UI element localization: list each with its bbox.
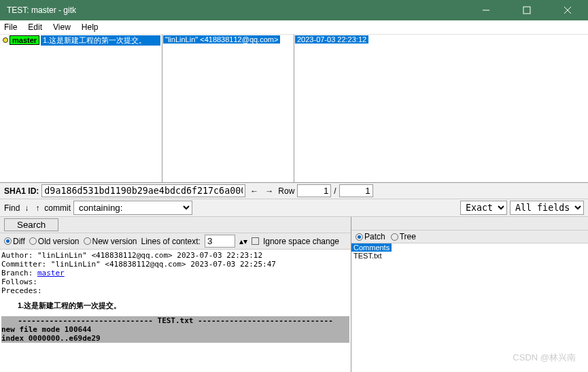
branch-link[interactable]: master [37, 269, 65, 277]
comments-header[interactable]: Comments [351, 243, 392, 252]
commit-author: "linLinLin" <418838112@qq.com> [163, 35, 280, 44]
bottom-pane: Search Diff Old version New version Line… [0, 217, 588, 372]
menubar: File Edit View Help [0, 20, 588, 35]
maximize-button[interactable] [513, 1, 540, 20]
author-line: Author: "linLinLin" <418838112@qq.com> 2… [1, 251, 349, 260]
sha-input[interactable] [41, 184, 245, 197]
sha-row: SHA1 ID: ← → Row / [0, 183, 588, 199]
diff-mode-line: new file mode 100644 [1, 325, 349, 334]
menu-view[interactable]: View [53, 22, 71, 32]
window-title: TEST: master - gitk [7, 5, 472, 15]
branch-line: Branch: master [1, 269, 349, 277]
diff-pane: Search Diff Old version New version Line… [0, 217, 351, 372]
patch-radio[interactable]: Patch [356, 232, 385, 241]
history-graph-column[interactable]: master 1.这是新建工程的第一次提交。 [0, 35, 162, 182]
precedes-line: Precedes: [1, 286, 349, 295]
follows-line: Follows: [1, 277, 349, 286]
svg-rect-1 [523, 7, 530, 14]
commit-body: 1.这是新建工程的第一次提交。 [18, 301, 349, 311]
old-version-radio[interactable]: Old version [29, 237, 80, 246]
prev-arrow-icon[interactable]: ← [248, 186, 260, 196]
diff-toolbar: Diff Old version New version Lines of co… [0, 233, 351, 250]
ignore-space-label: Ignore space change [263, 237, 339, 246]
next-arrow-icon[interactable]: → [263, 186, 275, 196]
find-mode-combo[interactable]: containing: [73, 201, 192, 215]
find-fields-combo[interactable]: All fields [510, 201, 584, 215]
find-type-label: commit [44, 203, 71, 213]
menu-help[interactable]: Help [82, 22, 99, 32]
commit-message: 1.这是新建工程的第一次提交。 [41, 35, 160, 46]
search-button[interactable]: Search [4, 218, 58, 231]
history-author-column[interactable]: "linLinLin" <418838112@qq.com> [162, 35, 294, 182]
branch-tag: master [10, 35, 39, 45]
committer-line: Committer: "linLinLin" <418838112@qq.com… [1, 260, 349, 269]
tree-radio[interactable]: Tree [391, 232, 416, 241]
menu-file[interactable]: File [4, 22, 17, 32]
row-total-input[interactable] [339, 184, 373, 197]
list-item[interactable]: TEST.txt [351, 252, 588, 260]
history-pane: master 1.这是新建工程的第一次提交。 "linLinLin" <4188… [0, 35, 588, 183]
find-label: Find [4, 203, 20, 213]
commit-row[interactable]: master 1.这是新建工程的第一次提交。 [0, 35, 162, 46]
find-down-icon[interactable]: ↓ [22, 203, 31, 213]
row-separator: / [334, 186, 336, 196]
search-toolbar-right [351, 217, 588, 231]
lines-context-input[interactable] [205, 235, 235, 248]
diff-index-line: index 0000000..e69de29 [1, 334, 349, 343]
close-button[interactable] [554, 1, 581, 20]
menu-edit[interactable]: Edit [28, 22, 42, 32]
file-toolbar: Patch Tree [351, 231, 588, 243]
row-current-input[interactable] [297, 184, 331, 197]
commit-dot-icon [3, 37, 8, 43]
search-toolbar: Search [0, 217, 351, 233]
find-up-icon[interactable]: ↑ [33, 203, 41, 213]
ignore-space-checkbox[interactable] [252, 237, 259, 245]
lines-context-label: Lines of context: [141, 237, 201, 246]
minimize-button[interactable] [472, 1, 500, 20]
commit-date: 2023-07-03 22:23:12 [295, 35, 368, 44]
diff-radio[interactable]: Diff [4, 237, 25, 246]
diff-content[interactable]: Author: "linLinLin" <418838112@qq.com> 2… [0, 250, 351, 372]
new-version-radio[interactable]: New version [84, 237, 137, 246]
spinner-icon[interactable]: ▴▾ [239, 237, 247, 246]
history-date-column[interactable]: 2023-07-03 22:23:12 [294, 35, 588, 182]
file-pane: Patch Tree Comments TEST.txt [351, 217, 588, 372]
find-exact-combo[interactable]: Exact [460, 201, 507, 215]
titlebar: TEST: master - gitk [0, 0, 588, 20]
file-list[interactable]: Comments TEST.txt [351, 243, 588, 372]
window-controls [472, 1, 581, 20]
row-label: Row [278, 186, 294, 196]
find-row: Find ↓ ↑ commit containing: Exact All fi… [0, 199, 588, 217]
sha-label: SHA1 ID: [4, 186, 39, 196]
diff-file-header: ------------------------------ TEST.txt … [1, 316, 349, 325]
